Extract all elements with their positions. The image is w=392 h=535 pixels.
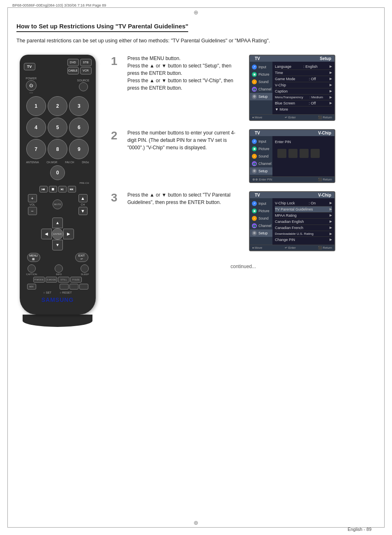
num-8-button[interactable]: 8 xyxy=(48,139,67,159)
num-6-button[interactable]: 6 xyxy=(69,118,89,137)
vol-up-button[interactable]: + xyxy=(28,194,37,202)
vchip-pin-footer: ⊕⊕ Enter PIN ⬛ Return xyxy=(250,176,334,182)
ch-down-button[interactable]: ▼ xyxy=(78,207,88,215)
play-pause-button[interactable]: ⏯ xyxy=(58,186,67,192)
setup-icon-2: ⚙ xyxy=(252,169,257,174)
info-button[interactable] xyxy=(55,264,63,273)
pin-block-3 xyxy=(300,149,309,158)
extra-btn-2[interactable] xyxy=(69,284,78,290)
p-size-button[interactable]: P.SIZE xyxy=(70,277,82,283)
footer-enter-pin: ⊕⊕ Enter PIN xyxy=(252,178,272,181)
stb-button[interactable]: STB xyxy=(80,59,92,66)
menu-change-pin: Change PIN ▶ xyxy=(275,237,332,243)
step-2: 2 Press the number buttons to enter your… xyxy=(111,129,376,183)
num-7-button[interactable]: 7 xyxy=(26,139,46,159)
steps-area: 1 Press the MENU button. Press the ▲ or … xyxy=(111,55,376,269)
cable-button[interactable]: CABLE xyxy=(67,67,79,74)
stop-button[interactable]: ⏹ xyxy=(49,186,57,192)
info-button-group: INFO xyxy=(55,264,63,276)
ch-up-button[interactable]: ▲ xyxy=(78,194,88,202)
mute-button[interactable]: MUTE xyxy=(53,199,62,209)
num-2-button[interactable]: 2 xyxy=(48,96,67,116)
s-mode-button[interactable]: S.MODE xyxy=(46,277,57,283)
ff-button[interactable]: ⏭ xyxy=(68,186,76,192)
sidebar-input-label: Input xyxy=(258,65,266,69)
pre-ch-label: PRE-CH xyxy=(24,182,92,184)
footer-return-2: ⬛ Return xyxy=(318,178,332,181)
num-0-button[interactable]: 0 xyxy=(50,165,65,180)
picture-icon-2: ▣ xyxy=(252,146,257,151)
menu-canadian-english: Canadian English ▶ xyxy=(275,219,332,225)
dpad-up-button[interactable]: ▲ xyxy=(52,218,63,228)
info-label: INFO xyxy=(56,273,62,276)
vcr-button[interactable]: VCR xyxy=(80,67,92,74)
volume-controls: + VOL − xyxy=(28,194,37,215)
footer-move-3: ♦ Move xyxy=(252,246,262,250)
vchip-menu-screen: TV V-Chip ↗ Input ▣ Pi xyxy=(249,191,335,251)
p-mode-button[interactable]: P.MODE xyxy=(33,277,45,283)
tv-button[interactable]: TV xyxy=(24,63,35,70)
main-content: How to Set up Restrictions Using "TV Par… xyxy=(16,23,376,519)
sleep-label: SLEEP xyxy=(81,273,89,276)
extra-btn-3[interactable] xyxy=(79,284,88,290)
remote-control-container: TV DVD STB CABLE VCR xyxy=(16,55,99,327)
fav-ch-label: FAV.CH xyxy=(65,161,74,164)
exit-button[interactable]: EXIT ↩ xyxy=(75,253,88,262)
return-icon-3: ⬛ xyxy=(318,246,322,250)
reset-label: ○ RESET xyxy=(60,291,72,294)
source-select-row: TV DVD STB CABLE VCR xyxy=(24,59,92,74)
sidebar-setup-3: ⚙ Setup xyxy=(250,229,272,237)
vchip-pin-screen-title: V-Chip xyxy=(318,131,331,135)
caption-label: CAPTION xyxy=(26,273,37,276)
dpad-down-button[interactable]: ▼ xyxy=(52,240,63,250)
setup-icon-3: ⚙ xyxy=(252,231,257,236)
enter-pin-label: Enter PIN xyxy=(275,138,332,146)
page-title: How to Set up Restrictions Using "TV Par… xyxy=(16,23,188,32)
vchip-menu-content: V-Chip Lock : On ▶ TV Parental Guideline… xyxy=(272,198,334,245)
transport-controls: ⏮ ⏹ ⏯ ⏭ xyxy=(24,186,92,192)
sidebar-sound: ♪ Sound xyxy=(250,78,272,86)
input-icon-3: ↗ xyxy=(252,201,257,206)
num-9-button[interactable]: 9 xyxy=(69,139,89,159)
vchip-menu-body: ↗ Input ▣ Picture ♪ Sound xyxy=(250,198,334,245)
sleep-button[interactable] xyxy=(81,264,89,273)
sidebar-setup-label: Setup xyxy=(258,95,267,99)
num-5-button[interactable]: 5 xyxy=(48,118,67,137)
dpad-right-button[interactable]: ▶ xyxy=(63,229,74,239)
zero-row: 0 xyxy=(24,165,92,180)
still-button[interactable]: STILL xyxy=(58,277,69,283)
sidebar-input-3: ↗ Input xyxy=(250,200,272,207)
return-icon-2: ⬛ xyxy=(318,178,322,181)
sidebar-input: ↗ Input xyxy=(250,63,272,71)
caption-button[interactable] xyxy=(28,264,36,273)
setup-title-bar: TV Setup xyxy=(250,56,334,62)
menu-language: Language : English ▶ xyxy=(275,64,332,70)
setup-screen-footer: ♦ Move ↵ Enter ⬛ Return xyxy=(250,114,334,120)
num-1-button[interactable]: 1 xyxy=(26,96,46,116)
button-labels-row: ANTENNA CH.MGR FAV.CH DNSe xyxy=(24,161,92,164)
move-icon: ♦ xyxy=(252,116,254,119)
step-3-number: 3 xyxy=(111,192,121,204)
num-4-button[interactable]: 4 xyxy=(26,118,46,137)
sidebar-picture-label: Picture xyxy=(258,72,269,76)
enter-button[interactable]: ENTER xyxy=(52,228,63,240)
extra-btn-1[interactable] xyxy=(60,284,69,290)
num-3-button[interactable]: 3 xyxy=(69,96,89,116)
remote-control: TV DVD STB CABLE VCR xyxy=(20,55,96,315)
vol-down-button[interactable]: − xyxy=(28,207,37,215)
rew-button[interactable]: ⏮ xyxy=(39,186,48,192)
menu-button[interactable]: MENU ▦ xyxy=(27,253,40,262)
dvd-button[interactable]: DVD xyxy=(67,59,79,66)
source-button[interactable] xyxy=(79,82,88,91)
sidebar-channel: 📺 Channel xyxy=(250,86,272,93)
menu-mpaa: MPAA Rating ▶ xyxy=(275,213,332,219)
dpad-left-button[interactable]: ◀ xyxy=(41,229,52,239)
power-button[interactable]: ⏻ xyxy=(26,80,37,91)
set-reset-row: ○ SET ○ RESET xyxy=(24,291,92,294)
ch-mgr-label: CH.MGR xyxy=(46,161,57,164)
power-source-row: POWER ⏻ ●●● SOURCE xyxy=(24,77,92,94)
number-buttons-grid: 1 2 3 4 5 6 7 8 9 xyxy=(26,96,89,159)
set-label: ○ SET xyxy=(43,291,51,294)
pin-block-1 xyxy=(277,149,286,158)
mix-button[interactable]: MIX xyxy=(27,284,36,290)
